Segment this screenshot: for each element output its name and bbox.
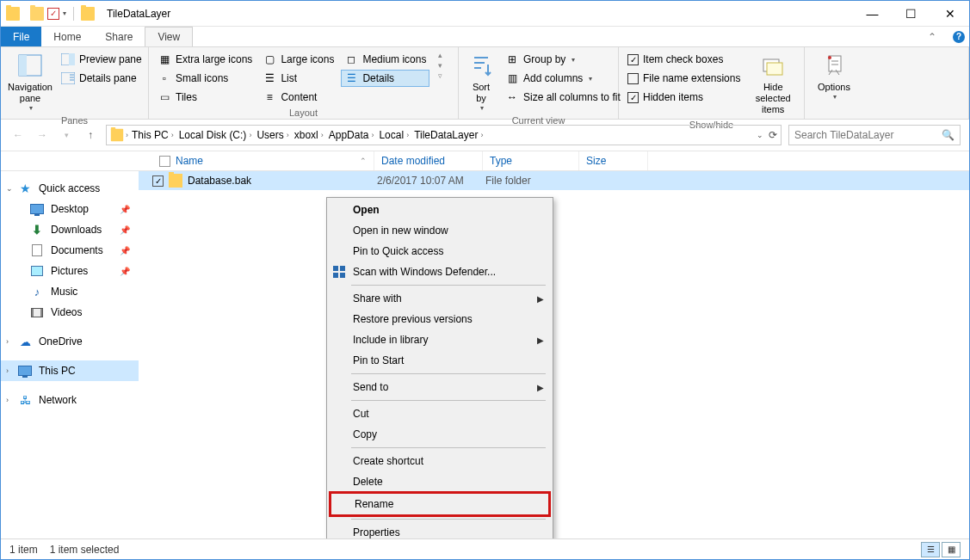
add-columns-button[interactable]: ▥Add columns▾ <box>502 70 624 87</box>
ctx-cut[interactable]: Cut <box>327 403 553 424</box>
breadcrumb-segment[interactable]: Local Disk (C:)› <box>177 129 254 141</box>
menu-share[interactable]: Share <box>93 27 145 46</box>
row-checkbox[interactable]: ✓ <box>152 175 164 187</box>
ctx-restore-versions[interactable]: Restore previous versions <box>327 309 553 329</box>
breadcrumb-segment[interactable]: Local› <box>377 129 411 141</box>
layout-list[interactable]: ☰List <box>259 70 337 87</box>
recent-dropdown[interactable]: ▾ <box>58 126 75 144</box>
ctx-share-with[interactable]: Share with▶ <box>327 288 553 309</box>
item-check-boxes-toggle[interactable]: ✓Item check boxes <box>624 51 744 68</box>
nav-music[interactable]: ♪Music <box>1 281 139 302</box>
ctx-delete[interactable]: Delete <box>327 471 553 492</box>
qat-properties-icon[interactable]: ✓ <box>47 8 59 20</box>
column-type[interactable]: Type <box>483 151 579 170</box>
breadcrumb-segment[interactable]: TileDataLayer› <box>412 129 485 141</box>
ctx-pin-start[interactable]: Pin to Start <box>327 350 553 371</box>
up-button[interactable]: ↑ <box>82 126 99 144</box>
breadcrumb-dropdown-icon[interactable]: ⌄ <box>757 131 763 139</box>
menu-bar: File Home Share View ⌃ ? <box>1 27 969 47</box>
breadcrumb-segment[interactable]: AppData› <box>327 129 376 141</box>
ctx-create-shortcut[interactable]: Create shortcut <box>327 451 553 471</box>
layout-large[interactable]: ▢Large icons <box>259 51 337 68</box>
search-placeholder: Search TileDataLayer <box>794 129 893 141</box>
monitor-icon <box>18 364 32 378</box>
ctx-send-to[interactable]: Send to▶ <box>327 377 553 397</box>
refresh-button[interactable]: ⟳ <box>769 129 777 141</box>
layout-content[interactable]: ≡Content <box>259 89 337 106</box>
ctx-rename[interactable]: Rename <box>331 494 548 514</box>
ctx-defender[interactable]: Scan with Windows Defender... <box>327 262 553 282</box>
breadcrumb-bar[interactable]: › This PC› Local Disk (C:)› Users› xboxl… <box>106 125 782 145</box>
layout-expand-icon[interactable]: ▿ <box>438 71 442 80</box>
submenu-arrow-icon: ▶ <box>537 383 544 392</box>
expand-icon[interactable]: ⌄ <box>6 184 13 193</box>
column-name[interactable]: Name⌃ <box>152 151 374 170</box>
size-columns-button[interactable]: ↔Size all columns to fit <box>502 89 624 106</box>
layout-details[interactable]: ☰Details <box>341 70 429 87</box>
cloud-icon: ☁ <box>18 335 32 348</box>
nav-videos[interactable]: Videos <box>1 302 139 323</box>
back-button[interactable]: ← <box>9 126 27 144</box>
menu-view[interactable]: View <box>145 27 193 46</box>
nav-pictures[interactable]: Pictures📌 <box>1 261 139 281</box>
nav-onedrive[interactable]: ›☁OneDrive <box>1 331 139 352</box>
nav-desktop[interactable]: Desktop📌 <box>1 199 139 219</box>
status-item-count: 1 item <box>9 544 38 556</box>
column-date[interactable]: Date modified <box>374 151 483 170</box>
menu-file[interactable]: File <box>1 27 41 46</box>
search-box[interactable]: Search TileDataLayer 🔍 <box>788 125 961 145</box>
layout-small[interactable]: ▫Small icons <box>154 70 256 87</box>
menu-home[interactable]: Home <box>41 27 93 46</box>
title-bar: ✓ ▾ TileDataLayer — ☐ ✕ <box>1 1 969 27</box>
breadcrumb-segment[interactable]: Users› <box>255 129 290 141</box>
folder-icon[interactable] <box>30 7 44 21</box>
layout-scroll-down-icon[interactable]: ▾ <box>438 61 442 70</box>
expand-icon[interactable]: › <box>6 366 9 375</box>
file-row[interactable]: ✓ Database.bak 2/6/2017 10:07 AM File fo… <box>139 171 969 190</box>
column-size[interactable]: Size <box>579 151 648 170</box>
ctx-include-library[interactable]: Include in library▶ <box>327 329 553 350</box>
navigation-pane-button[interactable]: Navigation pane ▾ <box>6 51 54 114</box>
details-pane-button[interactable]: Details pane <box>58 70 145 87</box>
navigation-pane: ⌄★Quick access Desktop📌 ⬇Downloads📌 Docu… <box>1 171 139 538</box>
breadcrumb-segment[interactable]: xboxl› <box>293 129 325 141</box>
forward-button[interactable]: → <box>34 126 51 144</box>
expand-icon[interactable]: › <box>6 396 9 404</box>
maximize-button[interactable]: ☐ <box>892 1 930 26</box>
view-details-button[interactable]: ☰ <box>921 542 940 557</box>
breadcrumb-segment[interactable]: This PC› <box>130 129 176 141</box>
help-button[interactable]: ? <box>948 27 969 46</box>
options-button[interactable]: Options ▾ <box>810 51 858 102</box>
file-list[interactable]: ✓ Database.bak 2/6/2017 10:07 AM File fo… <box>139 171 969 538</box>
ctx-open-new-window[interactable]: Open in new window <box>327 220 553 241</box>
view-thumbnails-button[interactable]: ▦ <box>942 542 961 557</box>
minimize-button[interactable]: — <box>853 1 892 26</box>
select-all-checkbox[interactable] <box>159 156 170 167</box>
download-icon: ⬇ <box>30 223 44 237</box>
hide-selected-button[interactable]: Hide selected items <box>747 51 799 118</box>
nav-quick-access[interactable]: ⌄★Quick access <box>1 178 139 199</box>
close-button[interactable]: ✕ <box>930 1 969 26</box>
folder-icon <box>111 129 123 141</box>
ctx-pin-quick-access[interactable]: Pin to Quick access <box>327 241 553 262</box>
layout-extra-large[interactable]: ▦Extra large icons <box>154 51 256 68</box>
file-extensions-toggle[interactable]: File name extensions <box>624 70 744 87</box>
nav-downloads[interactable]: ⬇Downloads📌 <box>1 219 139 240</box>
layout-medium[interactable]: ◻Medium icons <box>341 51 429 68</box>
layout-tiles[interactable]: ▭Tiles <box>154 89 256 106</box>
group-by-button[interactable]: ⊞Group by▾ <box>502 51 624 68</box>
layout-scroll-up-icon[interactable]: ▴ <box>438 51 442 59</box>
preview-pane-button[interactable]: Preview pane <box>58 51 145 68</box>
ctx-open[interactable]: Open <box>327 200 553 220</box>
ribbon-collapse-icon[interactable]: ⌃ <box>928 27 948 46</box>
nav-network[interactable]: ›🖧Network <box>1 390 139 410</box>
sort-by-button[interactable]: Sort by ▾ <box>464 51 498 114</box>
expand-icon[interactable]: › <box>6 337 9 346</box>
ctx-copy[interactable]: Copy <box>327 424 553 445</box>
hidden-items-toggle[interactable]: ✓Hidden items <box>624 89 744 106</box>
nav-this-pc[interactable]: ›This PC <box>1 360 139 381</box>
nav-documents[interactable]: Documents📌 <box>1 240 139 261</box>
chevron-right-icon[interactable]: › <box>126 131 128 139</box>
qat-dropdown-icon[interactable]: ▾ <box>63 9 66 17</box>
ribbon: Navigation pane ▾ Preview pane Details p… <box>1 47 969 120</box>
